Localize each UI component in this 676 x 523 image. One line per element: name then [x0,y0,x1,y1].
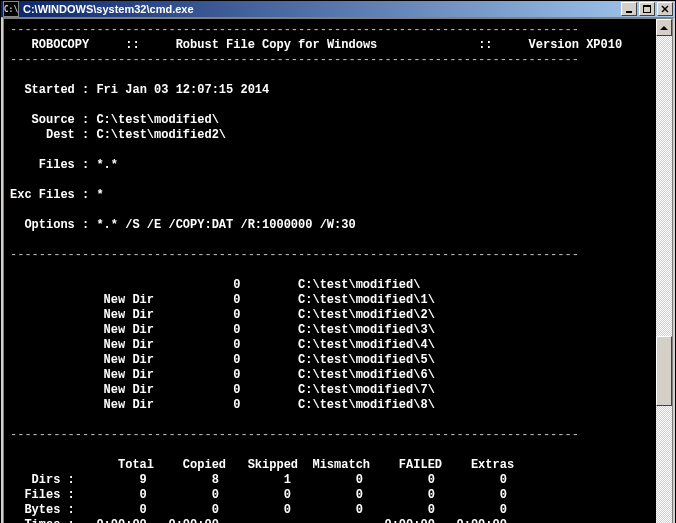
scroll-thumb[interactable] [656,336,672,406]
chevron-up-icon [660,26,668,30]
console-output: ----------------------------------------… [3,18,656,523]
svg-rect-0 [626,11,632,13]
close-button[interactable] [657,2,673,16]
maximize-button[interactable] [639,2,655,16]
cmd-icon: C:\ [3,1,19,17]
vertical-scrollbar[interactable] [656,18,673,523]
scroll-up-button[interactable] [656,19,672,36]
titlebar[interactable]: C:\ C:\WINDOWS\system32\cmd.exe [1,1,675,17]
cmd-window: C:\ C:\WINDOWS\system32\cmd.exe --------… [0,0,676,523]
window-title: C:\WINDOWS\system32\cmd.exe [23,3,621,15]
scroll-track[interactable] [656,36,672,523]
svg-rect-2 [643,5,651,7]
minimize-button[interactable] [621,2,637,16]
